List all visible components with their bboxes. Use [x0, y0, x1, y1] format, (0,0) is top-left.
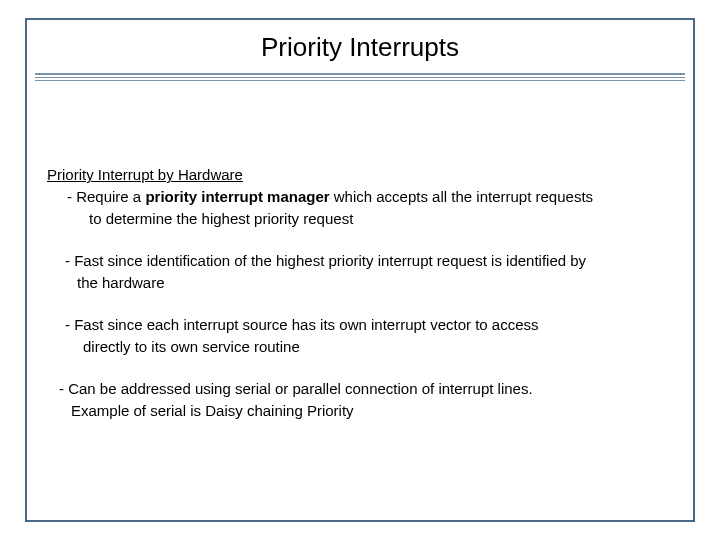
bullet-3-line2: directly to its own service routine: [47, 337, 673, 357]
slide-frame: Priority Interrupts Priority Interrupt b…: [25, 18, 695, 522]
bullet-1-pre: - Require a: [67, 188, 145, 205]
bullet-1-line2: to determine the highest priority reques…: [47, 209, 673, 229]
bullet-1-post: which accepts all the interrupt requests: [330, 188, 593, 205]
bullet-1-bold: priority interrupt manager: [145, 188, 329, 205]
title-underline: [35, 73, 685, 81]
bullet-4-line2: Example of serial is Daisy chaining Prio…: [47, 401, 673, 421]
section-heading: Priority Interrupt by Hardware: [47, 165, 673, 185]
bullet-3-line1: - Fast since each interrupt source has i…: [47, 315, 673, 335]
slide-content: Priority Interrupt by Hardware - Require…: [27, 83, 693, 421]
bullet-2: - Fast since identification of the highe…: [47, 251, 673, 293]
bullet-1: - Require a priority interrupt manager w…: [47, 187, 673, 229]
bullet-2-line1: - Fast since identification of the highe…: [47, 251, 673, 271]
bullet-3: - Fast since each interrupt source has i…: [47, 315, 673, 357]
slide-title: Priority Interrupts: [27, 32, 693, 63]
bullet-2-line2: the hardware: [47, 273, 673, 293]
bullet-4: - Can be addressed using serial or paral…: [47, 379, 673, 421]
title-area: Priority Interrupts: [27, 20, 693, 69]
bullet-4-line1: - Can be addressed using serial or paral…: [47, 379, 673, 399]
